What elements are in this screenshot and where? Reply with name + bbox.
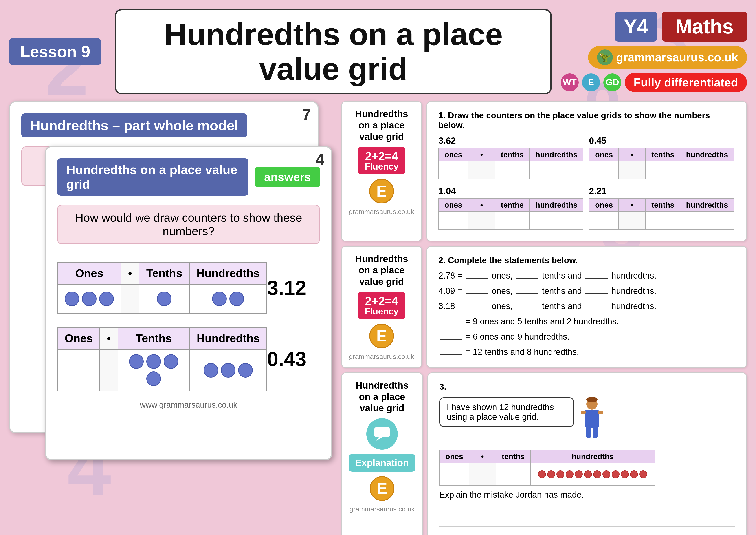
year-badge: Y4: [615, 12, 657, 42]
hundredths-cell-2: [190, 350, 267, 391]
content-row: 7 Hundredths – part whole model What is …: [9, 101, 747, 505]
pvg1-row: [439, 161, 583, 179]
ws2-stmt-6: = 12 tenths and 8 hundredths.: [438, 347, 735, 357]
ws1-e-circle: E: [369, 179, 394, 204]
red-dot: [575, 470, 583, 478]
pvg2-row: [589, 161, 734, 179]
year-maths-row: Y4 Maths: [615, 12, 747, 42]
ws3-hundredths-cell: [530, 463, 655, 485]
ones-cell-2: [58, 350, 100, 391]
hundredths-dots-2: [197, 363, 260, 378]
table-data-row-2: [58, 350, 267, 391]
col-ones-2: Ones: [58, 328, 100, 350]
red-dot: [538, 470, 546, 478]
table-row-2: Ones • Tenths Hundredths: [57, 323, 320, 396]
slide-front: 4 Hundredths on a place value grid answe…: [45, 146, 332, 461]
ws3-explanation-prompt: Explain the mistake Jordan has made.: [439, 490, 735, 500]
ws1-website: grammarsaurus.co.uk: [349, 208, 414, 216]
pvg1-tenths: tenths: [495, 148, 529, 161]
ws3-pvg-row: [440, 463, 655, 485]
dot: [82, 292, 96, 306]
ws1-grid-2: 0.45 ones • tenths hundredths: [589, 136, 735, 182]
diff-wt-badge: WT: [561, 73, 579, 91]
ws3-speech-row: I have shown 12 hundredths using a place…: [439, 397, 735, 444]
worksheets-area: Hundredths on a place value grid 2+2=4 F…: [341, 101, 747, 505]
ws1-grid-4: 2.21 ones • tenths hundredths: [589, 186, 735, 232]
col-tenths-1: Tenths: [139, 263, 189, 284]
pvg4-ones-cell: [589, 211, 619, 229]
pvg4-dot-cell: [619, 211, 646, 229]
ws1-fluency-badge: 2+2=4 Fluency: [358, 147, 405, 174]
dot: [157, 292, 172, 306]
ws3-instruction: 3.: [439, 382, 735, 392]
ws2-statements: 2.78 = ones, tenths and hundredths. 4.09…: [438, 271, 735, 357]
person-svg: [579, 397, 606, 442]
ws3-pvg-dot: •: [469, 450, 496, 463]
ws1-num-2: 0.45: [589, 136, 735, 146]
table-row-1: Ones • Tenths Hundredths: [57, 258, 320, 318]
pvg3-tenths: tenths: [495, 199, 529, 211]
dot: [212, 292, 227, 306]
ws3-content: I have shown 12 hundredths using a place…: [439, 397, 735, 529]
ws1-num-3: 1.04: [438, 186, 584, 196]
dot: [99, 292, 114, 306]
pvt-2: Ones • Tenths Hundredths: [57, 327, 267, 391]
pvg1-dot: •: [468, 148, 495, 161]
ws2-e-circle: E: [369, 324, 394, 348]
pvg-1: ones • tenths hundredths: [438, 148, 583, 179]
dot-sep-1: [121, 284, 139, 314]
ws3-speech-bubble: I have shown 12 hundredths using a place…: [439, 397, 574, 427]
ws3-pvg-ones: ones: [440, 450, 469, 463]
pvg2-ones: ones: [589, 148, 619, 161]
speech-bubble-icon: [366, 418, 398, 450]
dot: [203, 363, 218, 378]
pvg4-row: [589, 211, 734, 229]
ws3-pvg-tenths: tenths: [496, 450, 530, 463]
col-hundredths-2: Hundredths: [190, 328, 267, 350]
answers-button[interactable]: answers: [255, 167, 320, 187]
pvg3-hundredths: hundredths: [529, 199, 583, 211]
col-ones-1: Ones: [58, 263, 121, 284]
pvg4-hundredths-cell: [680, 211, 734, 229]
pvg4-ones: ones: [589, 199, 619, 211]
slide-front-title-row: Hundredths on a place value grid answers: [57, 158, 320, 196]
header-area: Lesson 9 Hundredths on a place value gri…: [9, 9, 747, 94]
red-dot: [603, 470, 610, 478]
col-dot-1: •: [121, 263, 139, 284]
dot: [129, 354, 144, 369]
dot: [230, 292, 244, 306]
dot: [238, 363, 253, 378]
slide-number-back: 7: [302, 105, 311, 124]
pvg3-hundredths-cell: [529, 211, 583, 229]
slide-back-title: Hundredths – part whole model: [21, 113, 247, 137]
ws3-dot-sep: [469, 463, 496, 485]
pvg1-dot-cell: [468, 161, 495, 179]
tenths-cell-1: [139, 284, 189, 314]
ws2-stmt-1: 2.78 = ones, tenths and hundredths.: [438, 271, 735, 281]
pvg3-row: [439, 211, 583, 229]
pvt-1: Ones • Tenths Hundredths: [57, 262, 267, 314]
red-dot: [584, 470, 592, 478]
red-dot: [547, 470, 555, 478]
red-dot: [593, 470, 601, 478]
ws3-website: grammarsaurus.co.uk: [349, 505, 415, 513]
svg-rect-8: [585, 410, 599, 428]
dot: [164, 354, 178, 369]
ws2-stmt-2: 4.09 = ones, tenths and hundredths.: [438, 286, 735, 296]
ws1-grid-1: 3.62 ones • tenths hundredths: [438, 136, 584, 182]
red-dot: [566, 470, 574, 478]
ws3-explanation-badge: Explanation: [349, 454, 416, 472]
ws1-grids: 3.62 ones • tenths hundredths: [438, 136, 735, 232]
pvg1-ones: ones: [439, 148, 468, 161]
ws1-num-1: 3.62: [438, 136, 584, 146]
pvg4-dot: •: [619, 199, 646, 211]
ws3-tenths-cell: [496, 463, 530, 485]
pvg3-ones-cell: [439, 211, 468, 229]
ws1-grid-3: 1.04 ones • tenths hundredths: [438, 186, 584, 232]
worksheet-2-row: Hundredths on a place value grid 2+2=4 F…: [341, 246, 747, 368]
tenths-cell-2: [118, 350, 190, 391]
pvg4-tenths-cell: [646, 211, 680, 229]
red-dot: [639, 470, 647, 478]
red-dot: [621, 470, 629, 478]
maths-badge: Maths: [662, 12, 747, 42]
